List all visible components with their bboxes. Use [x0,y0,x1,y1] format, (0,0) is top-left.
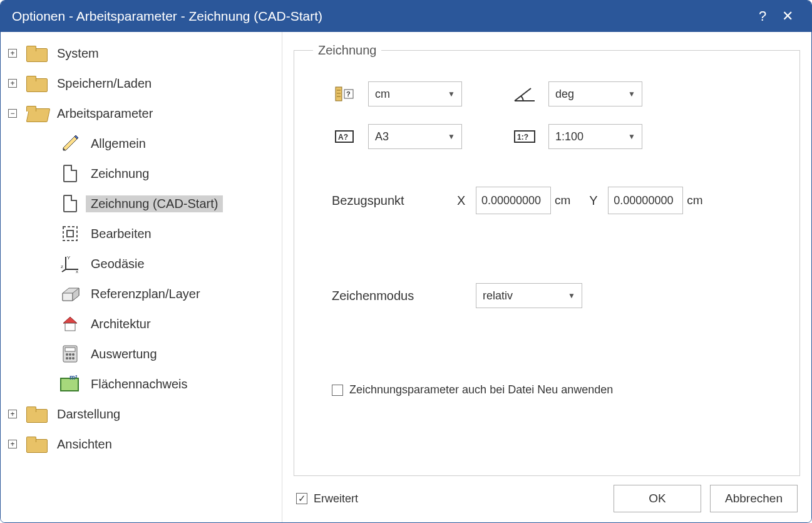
tree-label: Architektur [86,316,156,333]
titlebar: Optionen - Arbeitsparameter - Zeichnung … [1,1,811,32]
expand-icon[interactable]: + [8,79,17,88]
drawing-group: Zeichnung ? cm ▼ [294,43,800,476]
tree-item-general[interactable]: Allgemein [4,128,282,158]
svg-line-7 [62,269,66,272]
tree-item-views[interactable]: + Ansichten [4,429,282,459]
checkbox-box: ✓ [296,493,307,504]
svg-rect-15 [65,323,75,331]
ruler-icon: ? [332,83,357,105]
svg-marker-14 [63,317,77,323]
svg-text:z: z [61,264,63,269]
bezugspunkt-label: Bezugspunkt [332,194,457,208]
y-input[interactable]: 0.00000000 [608,187,683,214]
extended-checkbox[interactable]: ✓ Erweitert [296,492,358,505]
pencil-icon [59,133,81,154]
collapse-icon[interactable]: − [8,109,17,118]
tree-label: Bearbeiten [86,225,157,242]
house-icon [59,313,81,334]
tree-label: Arbeitsparameter [52,105,158,122]
scale-combo[interactable]: 1:100 ▼ [548,124,642,149]
tree-item-save-load[interactable]: + Speichern/Laden [4,68,282,98]
tree-label: Ansichten [52,436,117,453]
checkbox-label: Zeichnungsparameter auch bei Datei Neu a… [349,383,613,396]
chevron-down-icon: ▼ [628,90,635,98]
svg-point-21 [66,357,68,360]
svg-rect-3 [63,227,77,241]
svg-text:1:?: 1:? [517,133,528,142]
content-panel: Zeichnung ? cm ▼ [282,32,811,522]
svg-text:Y: Y [67,255,71,261]
svg-text:x: x [76,269,78,273]
paper-icon: A? [332,126,357,147]
scale-icon: 1:? [512,126,537,147]
x-unit: cm [555,194,570,207]
angle-icon [512,83,537,105]
expand-icon[interactable]: + [8,410,17,418]
tree-item-refplan[interactable]: Referenzplan/Layer [4,279,282,309]
folder-icon [26,433,47,455]
ok-button[interactable]: OK [614,485,701,512]
tree-label: Auswertung [86,346,162,363]
window-title: Optionen - Arbeitsparameter - Zeichnung … [12,9,750,24]
tree-item-edit[interactable]: Bearbeiten [4,219,282,249]
tree-label: Flächennachweis [86,376,193,393]
tree-item-work-params[interactable]: − Arbeitsparameter [4,98,282,128]
svg-marker-0 [63,137,77,150]
folder-icon [26,73,47,94]
y-unit: cm [687,194,702,207]
chevron-down-icon: ▼ [568,291,575,300]
tree-label: Zeichnung [86,165,154,182]
calculator-icon [59,343,81,365]
tree-item-geodesy[interactable]: Yxz Geodäsie [4,249,282,279]
combo-value: relativ [483,289,513,303]
svg-point-19 [69,353,71,356]
folder-open-icon [26,103,47,124]
svg-point-18 [66,353,68,356]
apply-new-checkbox[interactable]: Zeichnungsparameter auch bei Datei Neu a… [332,383,613,396]
unit-length-combo[interactable]: cm ▼ [368,81,462,106]
checkbox-box [332,385,343,396]
svg-point-23 [72,357,75,360]
expand-icon[interactable]: + [8,49,17,58]
mode-combo[interactable]: relativ ▼ [476,283,582,308]
tree-item-display[interactable]: + Darstellung [4,399,282,429]
folder-icon [26,403,47,425]
area-icon: m² [59,373,81,395]
svg-point-22 [69,357,71,360]
axis-icon: Yxz [59,253,81,274]
group-legend: Zeichnung [313,43,381,58]
tree-item-evaluation[interactable]: Auswertung [4,339,282,369]
svg-text:A?: A? [338,133,348,142]
tree-item-drawing-cad[interactable]: Zeichnung (CAD-Start) [4,189,282,219]
help-button[interactable]: ? [750,8,775,24]
tree-label: Geodäsie [86,256,150,272]
tree-label: Referenzplan/Layer [86,286,205,303]
select-icon [59,223,81,244]
svg-text:m²: m² [69,375,78,381]
paper-combo[interactable]: A3 ▼ [368,124,462,149]
tree-item-architecture[interactable]: Architektur [4,309,282,339]
tree-label: Darstellung [52,406,125,423]
cancel-button[interactable]: Abbrechen [710,485,798,512]
combo-value: cm [375,88,390,101]
x-label: X [457,194,476,208]
dialog-footer: ✓ Erweitert OK Abbrechen [294,476,800,515]
svg-point-20 [72,353,75,356]
close-button[interactable]: ✕ [775,8,800,24]
expand-icon[interactable]: + [8,440,17,448]
combo-value: A3 [375,130,389,143]
tree-label: Allgemein [86,135,151,152]
options-dialog: Optionen - Arbeitsparameter - Zeichnung … [0,0,812,523]
checkbox-label: Erweitert [314,492,358,505]
tree-label: Zeichnung (CAD-Start) [86,195,223,212]
tree-label: System [52,45,104,62]
chevron-down-icon: ▼ [628,132,635,141]
tree-item-drawing[interactable]: Zeichnung [4,158,282,189]
unit-angle-combo[interactable]: deg ▼ [548,81,642,106]
chevron-down-icon: ▼ [448,90,455,98]
chevron-down-icon: ▼ [448,132,455,141]
x-input[interactable]: 0.00000000 [476,187,551,214]
tree-item-system[interactable]: + System [4,38,282,68]
tree-label: Speichern/Laden [52,75,157,92]
tree-item-area[interactable]: m² Flächennachweis [4,369,282,399]
